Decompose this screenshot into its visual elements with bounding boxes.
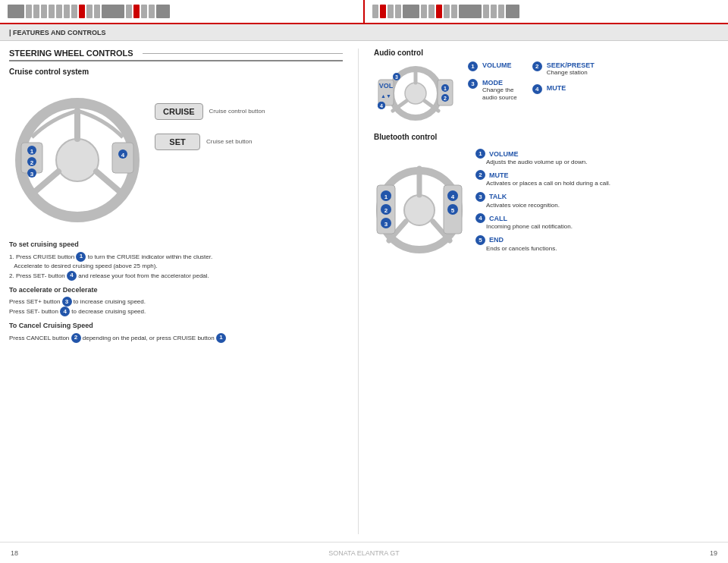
bt-num-2: 2: [475, 170, 485, 180]
bt-controls-list: 1 VOLUME Adjusts the audio volume up or …: [475, 146, 719, 267]
circle-num-1: 1: [76, 252, 86, 262]
cruise-subsection-title: Cruise control system: [9, 68, 343, 76]
circle-num-4b: 4: [60, 307, 70, 316]
audio-control-area: Audio control VOL ▲▼ 4: [374, 49, 719, 122]
audio-ctrl-mode: 3 MODE Change theaudio source: [468, 79, 517, 102]
svg-text:2: 2: [444, 96, 447, 101]
circle-num-2: 2: [71, 333, 81, 343]
bt-num-1: 1: [475, 149, 485, 159]
bluetooth-area: Bluetooth control 1: [374, 133, 719, 267]
subheader: | FEATURES AND CONTROLS: [0, 24, 728, 41]
svg-text:1: 1: [384, 193, 388, 200]
bt-ctrl-mute: 2 MUTE Activates or places a call on hol…: [475, 170, 719, 187]
audio-num-2: 2: [532, 61, 542, 71]
audio-label-mode: MODE: [482, 79, 517, 86]
audio-col-right: 2 SEEK/PRESET Change station 4 MUTE: [532, 61, 595, 105]
svg-text:1: 1: [444, 86, 447, 91]
bt-title-call: 4 CALL: [475, 213, 719, 223]
circle-num-4a: 4: [67, 271, 77, 281]
right-panel: Audio control VOL ▲▼ 4: [358, 49, 719, 534]
main-content: STEERING WHEEL CONTROLS Cruise control s…: [0, 41, 728, 542]
svg-text:1: 1: [30, 148, 34, 155]
audio-col-left: 1 VOLUME 3 MODE Change theaudio source: [468, 61, 517, 105]
bt-title-talk: 3 TALK: [475, 192, 719, 202]
svg-text:3: 3: [395, 74, 398, 80]
set-btn-description: Cruise set button: [206, 138, 252, 146]
audio-num-3: 3: [468, 79, 478, 89]
audio-desc-seek: Change station: [547, 69, 595, 77]
svg-text:3: 3: [384, 221, 388, 228]
audio-img-row: VOL ▲▼ 4 1 2 4: [374, 61, 719, 122]
footer-page-left: 18: [11, 549, 18, 557]
bluetooth-section-title: Bluetooth control: [374, 133, 719, 141]
inst1-step2: 2. Press SET- button 4 and release your …: [9, 271, 343, 281]
set-btn-row: SET Cruise set button: [155, 134, 265, 150]
bt-num-3: 3: [475, 192, 485, 202]
bt-desc-mute: Activates or places a call on hold durin…: [475, 180, 719, 187]
audio-label-volume: VOLUME: [482, 61, 512, 69]
inst1-title: To set cruising speed: [9, 240, 343, 250]
cruise-btn-row: CRUISE Cruise control button: [155, 103, 265, 120]
footer-center-text: SONATA ELANTRA GT: [328, 549, 400, 557]
bt-label-talk: TALK: [489, 193, 507, 200]
audio-desc-mode: Change theaudio source: [482, 86, 517, 102]
bt-ctrl-volume: 1 VOLUME Adjusts the audio volume up or …: [475, 149, 719, 166]
inst1-step1: 1. Press CRUISE button 1 to turn the CRU…: [9, 252, 343, 271]
svg-text:VOL: VOL: [379, 82, 394, 90]
svg-text:4: 4: [451, 193, 455, 200]
steering-wheel-image: 1 2 3 4: [9, 80, 146, 232]
audio-ctrl-volume: 1 VOLUME: [468, 61, 517, 71]
left-panel: STEERING WHEEL CONTROLS Cruise control s…: [9, 49, 343, 534]
inst3-title: To Cancel Cruising Speed: [9, 321, 343, 332]
bt-wheel-image: 1 2 3 4 5: [374, 146, 465, 267]
bt-desc-end: Ends or cancels functions.: [475, 245, 719, 253]
svg-point-1: [56, 139, 99, 181]
bt-title-end: 5 END: [475, 235, 719, 245]
bt-title-volume: 1 VOLUME: [475, 149, 719, 159]
bt-num-4: 4: [475, 213, 485, 223]
svg-text:2: 2: [384, 207, 388, 214]
header: [0, 0, 728, 24]
bt-ctrl-talk: 3 TALK Activates voice recognition.: [475, 192, 719, 209]
subheader-text: | FEATURES AND CONTROLS: [9, 29, 106, 36]
cruise-buttons-panel: CRUISE Cruise control button SET Cruise …: [155, 80, 265, 232]
cruise-instructions: To set cruising speed 1. Press CRUISE bu…: [9, 240, 343, 343]
circle-num-3: 3: [62, 297, 72, 307]
cruise-button-label: CRUISE: [155, 103, 203, 120]
bt-desc-call: Incoming phone call notification.: [475, 223, 719, 231]
bt-label-call: CALL: [489, 215, 507, 222]
audio-num-4: 4: [532, 84, 542, 94]
inst2-title: To accelerate or Decelerate: [9, 285, 343, 296]
bt-label-mute: MUTE: [489, 171, 509, 179]
svg-text:▲▼: ▲▼: [381, 93, 391, 99]
audio-ctrl-seek: 2 SEEK/PRESET Change station: [532, 61, 595, 77]
circle-num-1b: 1: [216, 333, 226, 343]
audio-label-mute: MUTE: [547, 84, 566, 92]
svg-text:4: 4: [380, 103, 383, 109]
audio-ctrl-mute: 4 MUTE: [532, 84, 595, 94]
bt-title-mute: 2 MUTE: [475, 170, 719, 180]
bt-content: 1 2 3 4 5: [374, 146, 719, 267]
audio-section-title: Audio control: [374, 49, 719, 57]
bt-label-end: END: [489, 236, 504, 244]
audio-controls-list: 1 VOLUME 3 MODE Change theaudio source: [468, 61, 719, 122]
header-right: [365, 0, 728, 23]
svg-text:3: 3: [30, 171, 34, 178]
svg-point-35: [404, 195, 435, 225]
bt-ctrl-call: 4 CALL Incoming phone call notification.: [475, 213, 719, 231]
bt-desc-volume: Adjusts the audio volume up or down.: [475, 159, 719, 166]
audio-wheel-image: VOL ▲▼ 4 1 2 4: [374, 61, 457, 122]
bt-label-volume: VOLUME: [489, 150, 519, 158]
audio-label-seek: SEEK/PRESET: [547, 61, 595, 69]
bt-desc-talk: Activates voice recognition.: [475, 202, 719, 209]
svg-text:4: 4: [121, 152, 125, 159]
svg-line-4: [96, 171, 123, 194]
footer-page-right: 19: [710, 549, 717, 557]
cruise-control-area: 1 2 3 4 CRUISE Cruise: [9, 80, 343, 232]
audio-num-1: 1: [468, 61, 478, 71]
svg-text:2: 2: [30, 159, 34, 166]
header-right-blocks: [372, 5, 519, 18]
svg-text:5: 5: [451, 207, 455, 214]
header-left: [0, 0, 363, 23]
bt-num-5: 5: [475, 235, 485, 245]
